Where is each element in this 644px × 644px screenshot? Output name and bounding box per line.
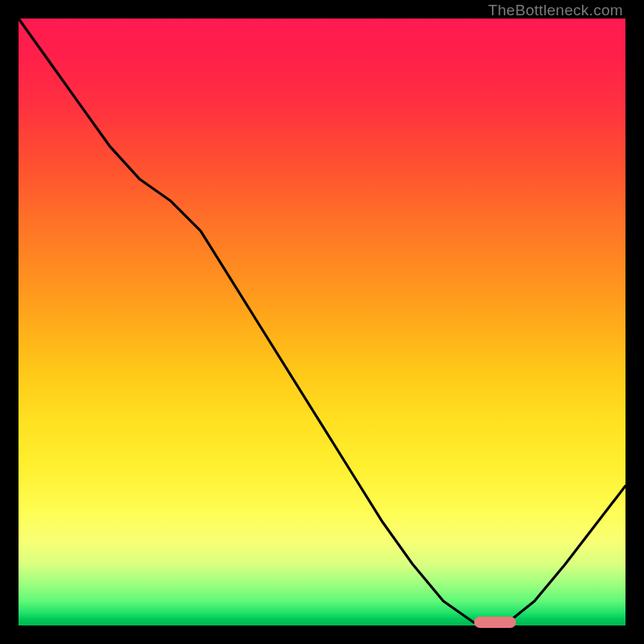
curve-layer bbox=[19, 19, 625, 625]
chart-frame: TheBottleneck.com bbox=[0, 0, 644, 644]
optimal-marker bbox=[474, 617, 517, 628]
bottleneck-curve bbox=[19, 19, 625, 625]
watermark-text: TheBottleneck.com bbox=[488, 2, 623, 19]
